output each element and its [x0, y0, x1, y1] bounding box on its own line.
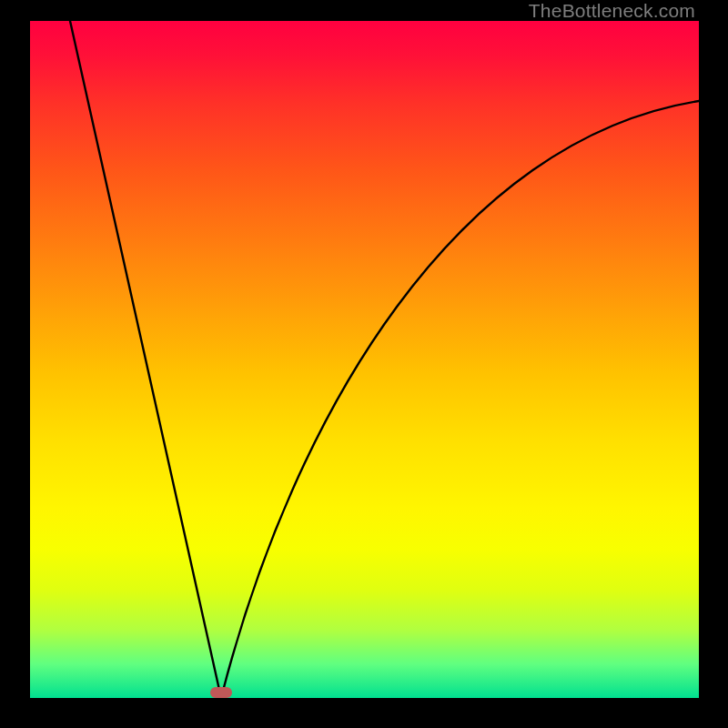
curve-path	[70, 21, 699, 698]
plot-area	[30, 21, 699, 698]
watermark-text: TheBottleneck.com	[529, 0, 695, 22]
bottleneck-curve	[30, 21, 699, 698]
chart-frame: TheBottleneck.com	[0, 0, 728, 728]
minimum-marker	[210, 687, 232, 698]
